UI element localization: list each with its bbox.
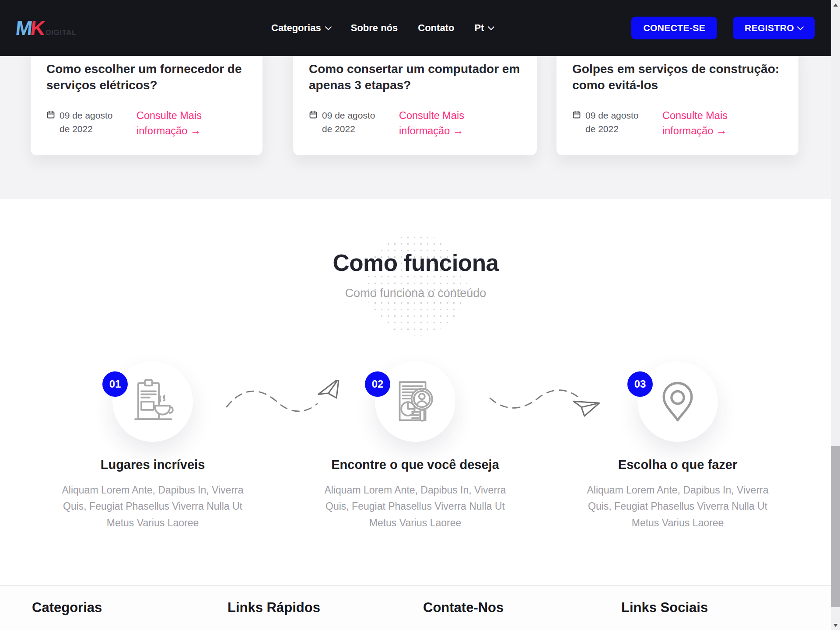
paper-plane-icon <box>316 380 343 402</box>
nav-item-sobre-nos[interactable]: Sobre nós <box>351 22 398 34</box>
step-title: Lugares incríveis <box>50 458 256 472</box>
dashed-arrow-connector <box>486 380 613 437</box>
chevron-down-icon <box>325 23 332 30</box>
blog-card-date: 09 de agosto de 2022 <box>309 108 384 136</box>
blog-card-title[interactable]: Como consertar um computador em apenas 3… <box>309 61 521 94</box>
step-description: Aliquam Lorem Ante, Dapibus In, Viverra … <box>575 482 780 531</box>
blog-card: Golpes em serviços de construção: como e… <box>556 44 798 155</box>
scroll-down-icon <box>833 624 838 627</box>
calendar-icon <box>46 110 55 119</box>
step-circle <box>112 361 193 442</box>
language-selector[interactable]: Pt <box>474 22 494 34</box>
step-circle <box>637 361 718 442</box>
blog-card-title[interactable]: Golpes em serviços de construção: como e… <box>572 61 783 94</box>
register-button[interactable]: REGISTRO <box>733 17 815 39</box>
read-more-link[interactable]: Consulte Mais informação → <box>136 108 233 138</box>
footer-heading-links-rapidos: Links Rápidos <box>228 600 320 616</box>
scrollbar-down-button[interactable] <box>831 620 840 630</box>
nav-item-label: Categorias <box>271 22 321 34</box>
footer-heading-links-sociais: Links Sociais <box>621 600 708 616</box>
read-more-link[interactable]: Consulte Mais informação → <box>399 108 495 138</box>
step-number-badge: 03 <box>627 371 653 397</box>
navbar: M K DIGITAL Categorias Sobre nós Contato… <box>0 0 831 56</box>
section-title: Como funciona <box>0 249 831 276</box>
nav-item-label: Sobre nós <box>351 22 398 34</box>
step-title: Encontre o que você deseja <box>312 458 518 472</box>
blog-card-date-text: 09 de agosto de 2022 <box>585 108 648 136</box>
blog-card-date: 09 de agosto de 2022 <box>572 108 648 136</box>
blog-card-meta: 09 de agosto de 2022 Consulte Mais infor… <box>572 108 783 138</box>
site-logo[interactable]: M K DIGITAL <box>16 16 77 40</box>
arrow-right-icon: → <box>190 124 201 136</box>
section-subtitle: Como funciona o conteúdo <box>0 287 831 300</box>
arrow-right-icon: → <box>453 124 464 136</box>
nav-buttons: CONECTE-SE REGISTRO <box>631 0 815 56</box>
step-number-badge: 01 <box>102 371 128 397</box>
step-circle <box>375 361 455 442</box>
arrow-right-icon: → <box>716 124 727 136</box>
login-button-label: CONECTE-SE <box>643 23 705 33</box>
blog-card-meta: 09 de agosto de 2022 Consulte Mais infor… <box>46 108 247 138</box>
page: Como escolher um fornecedor de serviços … <box>0 0 840 630</box>
nav-item-contato[interactable]: Contato <box>418 22 454 34</box>
footer-heading-categorias: Categorias <box>32 600 102 616</box>
logo-letter-k: K <box>29 16 46 40</box>
register-button-label: REGISTRO <box>745 23 794 33</box>
blog-card-date-text: 09 de agosto de 2022 <box>60 108 122 136</box>
blog-card: Como consertar um computador em apenas 3… <box>293 44 537 155</box>
nav-item-categorias[interactable]: Categorias <box>271 22 331 34</box>
blog-card: Como escolher um fornecedor de serviços … <box>31 44 262 155</box>
chevron-down-icon <box>488 23 495 30</box>
login-button[interactable]: CONECTE-SE <box>631 17 717 39</box>
footer-heading-contate-nos: Contate-Nos <box>423 600 504 616</box>
step-title: Escolha o que fazer <box>575 458 780 472</box>
nav-links: Categorias Sobre nós Contato Pt <box>271 0 494 56</box>
nav-item-label: Contato <box>418 22 454 34</box>
chevron-down-icon <box>797 23 804 30</box>
step-description: Aliquam Lorem Ante, Dapibus In, Viverra … <box>50 482 256 531</box>
paper-plane-icon <box>570 392 599 419</box>
read-more-link[interactable]: Consulte Mais informação → <box>662 108 759 138</box>
blog-card-title[interactable]: Como escolher um fornecedor de serviços … <box>46 61 247 94</box>
menu-coffee-icon <box>127 376 178 427</box>
blog-card-meta: 09 de agosto de 2022 Consulte Mais infor… <box>309 108 521 138</box>
calendar-icon <box>572 110 581 119</box>
blog-card-date: 09 de agosto de 2022 <box>46 108 122 136</box>
scroll-up-icon <box>833 4 838 7</box>
logo-suffix: DIGITAL <box>46 28 77 37</box>
document-search-icon <box>389 376 441 427</box>
scrollbar-thumb[interactable] <box>831 446 840 607</box>
step-number-badge: 02 <box>365 371 390 397</box>
step-description: Aliquam Lorem Ante, Dapibus In, Viverra … <box>312 482 518 531</box>
dashed-arrow-connector <box>223 380 346 432</box>
calendar-icon <box>309 110 318 119</box>
vertical-scrollbar[interactable] <box>831 0 840 630</box>
location-pin-icon <box>652 376 704 427</box>
footer: Categorias Links Rápidos Contate-Nos Lin… <box>0 585 831 630</box>
scrollbar-up-button[interactable] <box>831 0 840 10</box>
blog-card-date-text: 09 de agosto de 2022 <box>322 108 384 136</box>
language-label: Pt <box>474 22 484 34</box>
